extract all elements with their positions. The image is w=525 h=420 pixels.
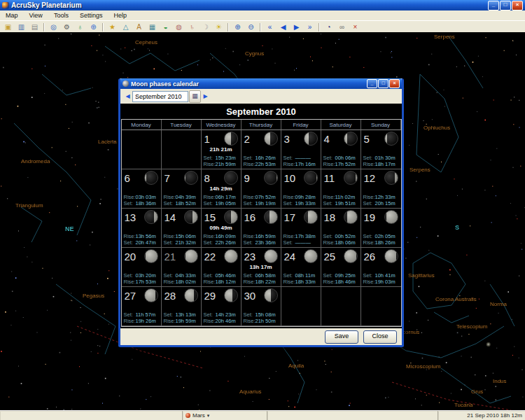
horizon-icon[interactable]: ◒ (159, 21, 172, 33)
rise-set-times: Set:00h 06mRise:17h 52m (323, 155, 359, 167)
time-line: Rise:07h 52m (244, 194, 279, 200)
calendar-day-21[interactable]: 21Set:04h 33mRise:18h 02m (162, 248, 202, 287)
time-value: 00h 52m (335, 233, 356, 239)
calendar-day-2[interactable]: 2Set:16h 26mRise:22h 53m (241, 130, 281, 169)
time-value: 18h 02m (176, 279, 196, 285)
zoom-in-icon[interactable]: ⊕ (231, 21, 244, 33)
deep-sky-icon[interactable]: ◍ (172, 21, 186, 33)
moon-phase-icon (384, 249, 398, 263)
sun-icon[interactable]: ☀ (212, 21, 225, 33)
menu-item-help[interactable]: Help (108, 10, 132, 20)
day-header-row: 21 (163, 248, 200, 264)
rise-label: Rise: (284, 161, 295, 167)
grid-icon[interactable]: ▦ (146, 21, 159, 33)
time-line: Rise:19h 59m (164, 318, 200, 324)
time-value: 22h 53m (255, 161, 276, 167)
calendar-day-7[interactable]: 7Rise:04h 39mSet:18h 52m (162, 169, 202, 209)
minimize-button[interactable]: _ (488, 1, 499, 10)
settings-icon[interactable]: ⚙ (60, 21, 74, 33)
exit-icon[interactable]: × (349, 21, 362, 33)
previous-month-button[interactable]: ◀ (123, 91, 132, 102)
day-number: 14 (164, 211, 176, 223)
dialog-maximize-button[interactable]: □ (378, 79, 388, 88)
calendar-day-11[interactable]: 11Rise:11h 02mSet:19h 51m (321, 169, 361, 209)
search-icon[interactable]: ◎ (47, 21, 60, 33)
calendar-day-16[interactable]: 16Rise:16h 59mSet:23h 36m (241, 209, 281, 248)
location-icon[interactable]: ♁ (74, 21, 87, 33)
link-icon[interactable]: ∞ (335, 21, 349, 33)
calendar-day-5[interactable]: 5Set:01h 30mRise:18h 17m (361, 130, 401, 169)
window-titlebar[interactable]: AcruSky Planetarium _ □ × (0, 0, 525, 10)
telescope-icon[interactable]: ⊕ (87, 21, 100, 33)
calendar-day-22[interactable]: 22Set:05h 46mRise:18h 12m (202, 248, 241, 287)
calendar-day-14[interactable]: 14Rise:15h 06mSet:21h 32m (162, 209, 202, 248)
rise-label: Rise: (363, 161, 375, 167)
month-input[interactable]: September 2010 (132, 91, 188, 102)
menu-item-tools[interactable]: Tools (48, 10, 74, 20)
planets-icon[interactable]: ♄ (186, 21, 199, 33)
selected-object-dropdown[interactable]: Mars ▾ (183, 411, 267, 420)
calendar-day-9[interactable]: 9Rise:07h 52mSet:19h 19m (241, 169, 281, 209)
constellation-names-icon[interactable]: A (132, 21, 146, 33)
calendar-day-3[interactable]: 3Set:———Rise:17h 16m (281, 130, 321, 169)
time-value: 16h 59m (255, 233, 276, 239)
calendar-day-13[interactable]: 13Rise:13h 56mSet:20h 47m (122, 209, 162, 248)
calendar-day-25[interactable]: 25Set:09h 25mRise:18h 46m (321, 248, 361, 287)
time-value: ——— (295, 239, 312, 246)
calendar-day-27[interactable]: 27Set:11h 57mRise:19h 26m (122, 287, 162, 326)
calendar-day-12[interactable]: 12Rise:12h 33mSet:20h 15m (361, 169, 401, 209)
calendar-day-10[interactable]: 10Rise:09h 28mSet:19h 33m (281, 169, 321, 209)
time-line: Rise:09h 28m (284, 194, 319, 200)
menu-item-view[interactable]: View (24, 10, 48, 20)
dialog-minimize-button[interactable]: _ (367, 79, 377, 88)
calendar-day-24[interactable]: 24Set:08h 11mRise:18h 33m (281, 248, 321, 287)
calendar-day-18[interactable]: 18Set:00h 52mRise:18h 06m (321, 209, 361, 248)
calendar-day-20[interactable]: 20Set:03h 20mRise:17h 53m (122, 248, 162, 287)
open-icon[interactable]: ▣ (1, 21, 15, 33)
menu-item-map[interactable]: Map (0, 10, 24, 20)
calendar-picker-icon[interactable]: ▦ (189, 90, 201, 103)
calendar-day-6[interactable]: 6Rise:03h 03mSet:18h 36m (122, 169, 162, 209)
dialog-titlebar[interactable]: Moon phases calendar _ □ × (120, 78, 402, 89)
next-month-button[interactable]: ▶ (201, 91, 210, 102)
calendar-day-26[interactable]: 26Set:10h 41mRise:19h 03m (361, 248, 401, 287)
calendar-day-19[interactable]: 19Set:02h 05mRise:18h 26m (361, 209, 401, 248)
calendar-day-1[interactable]: 121h 21mSet:15h 23mRise:21h 59m (202, 130, 241, 169)
day-number: 21 (164, 251, 176, 262)
day-header-row: 14 (163, 209, 200, 225)
maximize-button[interactable]: □ (500, 1, 511, 10)
rise-set-times: Rise:03h 03mSet:18h 36m (124, 194, 160, 206)
calendar-day-8[interactable]: 814h 29mRise:06h 17mSet:19h 05m (202, 169, 241, 209)
day-number: 7 (164, 172, 170, 184)
calendar-day-29[interactable]: 29Set:14h 23mRise:20h 46m (202, 287, 241, 326)
moon-icon[interactable]: ☽ (199, 21, 212, 33)
time-forward-fast-icon[interactable]: » (303, 21, 316, 33)
save-icon[interactable]: ▥ (15, 21, 28, 33)
calendar-day-23[interactable]: 2313h 17mSet:06h 58mRise:18h 22m (241, 248, 281, 287)
calendar-day-28[interactable]: 28Set:13h 13mRise:19h 59m (162, 287, 202, 326)
calendar-day-30[interactable]: 30Set:15h 08mRise:21h 50m (241, 287, 281, 326)
menu-item-settings[interactable]: Settings (74, 10, 108, 20)
clock-icon[interactable]: ◔ (322, 21, 335, 33)
time-play-icon[interactable]: ▶ (290, 21, 303, 33)
current-datetime: 21 Sep 2010 18h 12m (438, 411, 525, 420)
time-back-fast-icon[interactable]: « (263, 21, 276, 33)
time-back-icon[interactable]: ◀ (276, 21, 290, 33)
stars-icon[interactable]: ★ (106, 21, 119, 33)
moon-phase-icon (224, 288, 238, 302)
dialog-close-button[interactable]: × (389, 79, 400, 88)
zoom-out-icon[interactable]: ⊖ (244, 21, 258, 33)
calendar-day-4[interactable]: 4Set:00h 06mRise:17h 52m (321, 130, 361, 169)
close-dialog-button[interactable]: Close (363, 330, 397, 344)
print-icon[interactable]: ▤ (28, 21, 41, 33)
day-number: 28 (164, 290, 176, 302)
calendar-day-15[interactable]: 1509h 49mRise:16h 09mSet:22h 26m (202, 209, 241, 248)
time-line: Set:04h 33m (164, 272, 200, 279)
constellation-lines-icon[interactable]: △ (119, 21, 132, 33)
time-value: 16h 26m (255, 155, 276, 161)
weekday-header-monday: Monday (122, 120, 162, 130)
close-button[interactable]: × (512, 1, 523, 10)
calendar-day-17[interactable]: 17Rise:17h 38mSet:——— (281, 209, 321, 248)
day-number: 3 (284, 133, 290, 145)
save-button[interactable]: Save (325, 330, 358, 344)
